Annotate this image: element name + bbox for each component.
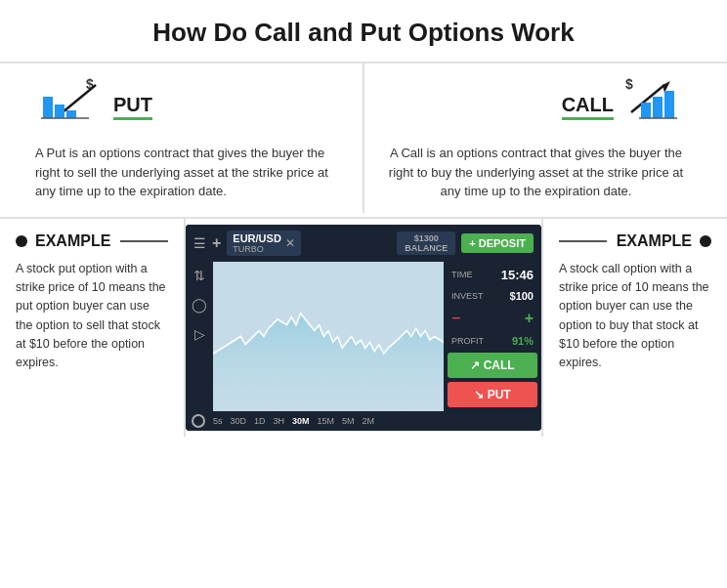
put-example-text: A stock put option with a strike price o… bbox=[16, 260, 168, 373]
terminal-invest-row: INVEST $100 bbox=[448, 288, 537, 304]
terminal-add-icon[interactable]: + bbox=[212, 234, 221, 252]
call-description: A Call is an options contract that gives… bbox=[380, 144, 692, 201]
svg-rect-12 bbox=[664, 91, 674, 118]
invest-plus-btn[interactable]: + bbox=[525, 310, 534, 327]
invest-minus-btn[interactable]: − bbox=[451, 310, 460, 327]
terminal-hamburger-icon: ☰ bbox=[193, 235, 206, 251]
svg-rect-10 bbox=[641, 103, 651, 118]
terminal-pair-name: EUR/USD bbox=[233, 232, 281, 244]
call-chart-icon: $ bbox=[623, 75, 692, 134]
terminal-balance: $1300 BALANCE bbox=[397, 231, 455, 255]
svg-line-1 bbox=[63, 85, 96, 112]
svg-rect-4 bbox=[55, 105, 64, 118]
terminal-sidebar-arrows-icon: ⇅ bbox=[193, 268, 205, 283]
put-chart-icon: $ bbox=[35, 75, 104, 134]
svg-rect-11 bbox=[653, 97, 663, 118]
put-button[interactable]: ↘ PUT bbox=[448, 382, 537, 407]
example-right-dot bbox=[700, 235, 711, 247]
terminal-close-icon[interactable]: ✕ bbox=[285, 236, 295, 250]
put-title: PUT bbox=[113, 94, 152, 116]
terminal-timeframes: 5s 30D 1D 3H 30M 15M 5M 2M bbox=[213, 416, 374, 426]
example-right-label: EXAMPLE bbox=[617, 232, 692, 250]
call-title: CALL bbox=[562, 94, 614, 116]
terminal-time-row: TIME 15:46 bbox=[448, 266, 537, 284]
call-button[interactable]: ↗ CALL bbox=[448, 353, 537, 378]
terminal-sidebar-play-icon: ▷ bbox=[194, 326, 205, 342]
terminal-sidebar-search-icon: ◯ bbox=[192, 297, 207, 313]
example-left-label: EXAMPLE bbox=[35, 232, 110, 250]
terminal-pair[interactable]: EUR/USD TURBO ✕ bbox=[227, 231, 301, 256]
example-left-dot bbox=[16, 235, 27, 247]
svg-rect-3 bbox=[43, 97, 53, 118]
call-example-text: A stock call option with a strike price … bbox=[559, 260, 711, 373]
terminal-profit-row: PROFIT 91% bbox=[448, 333, 537, 349]
terminal-pair-type: TURBO bbox=[233, 244, 281, 254]
page-title: How Do Call and Put Options Work bbox=[0, 0, 727, 62]
svg-text:$: $ bbox=[625, 76, 633, 92]
deposit-button[interactable]: + DEPOSIT bbox=[461, 233, 534, 253]
terminal-footer-circle bbox=[192, 414, 205, 428]
terminal-chart bbox=[213, 262, 444, 411]
put-description: A Put is an options contract that gives … bbox=[35, 144, 347, 201]
svg-rect-5 bbox=[66, 110, 76, 118]
